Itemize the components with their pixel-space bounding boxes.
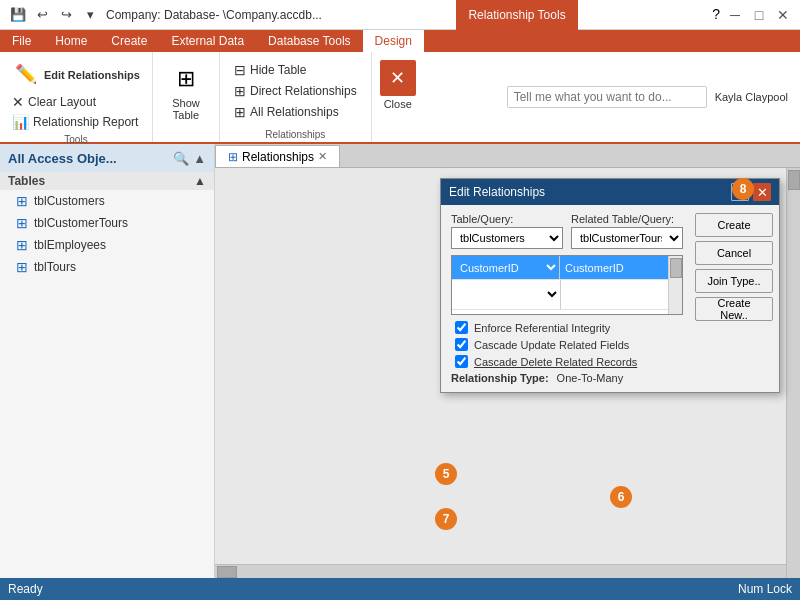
status-text: Ready: [8, 582, 43, 596]
fields-row-empty[interactable]: [452, 280, 668, 310]
table-name-3: tblTours: [34, 260, 76, 274]
vertical-scrollbar[interactable]: [786, 168, 800, 578]
edit-relationships-dialog: Edit Relationships ? ✕ Table/Query:: [440, 178, 780, 393]
cancel-btn[interactable]: Cancel: [695, 241, 773, 265]
app-title: Company: Database- \Company.accdb...: [106, 8, 322, 22]
related-table-select[interactable]: tblCustomerTours: [571, 227, 683, 249]
all-relationships-btn[interactable]: ⊞ All Relationships: [230, 102, 361, 122]
close-ribbon-icon: ✕: [380, 60, 416, 96]
save-qa-btn[interactable]: 💾: [8, 5, 28, 25]
ribbon-group-relationships: ⊟ Hide Table ⊞ Direct Relationships ⊞ Al…: [220, 52, 372, 142]
table-icon-2: ⊞: [16, 237, 28, 253]
tab-bar: ⊞ Relationships ✕: [215, 144, 800, 168]
table-select[interactable]: tblCustomers: [451, 227, 563, 249]
menu-design[interactable]: Design: [363, 30, 424, 52]
hide-table-icon: ⊟: [234, 62, 246, 78]
relationship-report-btn[interactable]: 📊 Relationship Report: [8, 112, 142, 132]
dialog-close-btn[interactable]: ✕: [753, 183, 771, 201]
report-icon: 📊: [12, 114, 29, 130]
user-name: Kayla Claypool: [715, 91, 788, 103]
help-input[interactable]: [507, 86, 707, 108]
canvas: tblTours 🔑 TourID TourName Normal Price …: [215, 168, 800, 578]
field-left-select-empty[interactable]: [452, 280, 561, 309]
scrollbar-thumb: [670, 258, 682, 278]
direct-relationships-btn[interactable]: ⊞ Direct Relationships: [230, 81, 361, 101]
title-bar: 💾 ↩ ↪ ▾ Company: Database- \Company.accd…: [0, 0, 800, 30]
tab-label: Relationships: [242, 150, 314, 164]
edit-relationships-icon: ✏️: [12, 60, 40, 88]
v-scroll-thumb: [788, 170, 800, 190]
maximize-btn[interactable]: □: [750, 6, 768, 24]
callout-7: 7: [435, 508, 457, 530]
rel-small-group: ⊟ Hide Table ⊞ Direct Relationships ⊞ Al…: [228, 56, 363, 126]
create-btn[interactable]: Create: [695, 213, 773, 237]
close-btn[interactable]: ✕: [774, 6, 792, 24]
show-table-icon: ⊞: [170, 63, 202, 95]
rel-type-row: Relationship Type: One-To-Many: [451, 372, 683, 384]
cascade-delete-label[interactable]: Cascade Delete Related Records: [474, 356, 637, 368]
fields-scrollbar[interactable]: [668, 256, 682, 314]
related-table-label: Related Table/Query:: [571, 213, 683, 225]
search-icon[interactable]: 🔍: [173, 151, 189, 166]
fields-container: CustomerID CustomerID: [451, 255, 683, 315]
menu-external-data[interactable]: External Data: [159, 30, 256, 52]
field-left-select-0[interactable]: CustomerID: [452, 256, 560, 279]
table-name-0: tblCustomers: [34, 194, 105, 208]
fields-row-0[interactable]: CustomerID CustomerID: [452, 256, 668, 280]
sidebar-item-tblcustomertours[interactable]: ⊞ tblCustomerTours: [0, 212, 214, 234]
table-name-2: tblEmployees: [34, 238, 106, 252]
chevron-up-icon[interactable]: ▲: [193, 151, 206, 166]
enforce-checkbox[interactable]: [455, 321, 468, 334]
join-type-btn[interactable]: Join Type..: [695, 269, 773, 293]
status-bar: Ready Num Lock: [0, 578, 800, 600]
cascade-delete-checkbox[interactable]: [455, 355, 468, 368]
menu-create[interactable]: Create: [99, 30, 159, 52]
horizontal-scrollbar[interactable]: [215, 564, 786, 578]
main-area: All Access Obje... 🔍 ▲ Tables ▲ ⊞ tblCus…: [0, 144, 800, 578]
cascade-update-checkbox[interactable]: [455, 338, 468, 351]
show-table-btn[interactable]: ⊞ ShowTable: [161, 59, 211, 125]
enforce-label[interactable]: Enforce Referential Integrity: [474, 322, 610, 334]
minimize-btn[interactable]: ─: [726, 6, 744, 24]
edit-relationships-btn[interactable]: ✏️ Edit Relationships: [8, 56, 144, 92]
relationships-group-label: Relationships: [265, 127, 325, 140]
clear-layout-btn[interactable]: ✕ Clear Layout: [8, 92, 100, 112]
redo-qa-btn[interactable]: ↪: [56, 5, 76, 25]
menu-bar: File Home Create External Data Database …: [0, 30, 800, 52]
sidebar-item-tblemployees[interactable]: ⊞ tblEmployees: [0, 234, 214, 256]
table-icon-0: ⊞: [16, 193, 28, 209]
sidebar-section-tables[interactable]: Tables ▲: [0, 172, 214, 190]
tab-close-btn[interactable]: ✕: [318, 150, 327, 163]
callout-5: 5: [435, 463, 457, 485]
hide-table-btn[interactable]: ⊟ Hide Table: [230, 60, 361, 80]
sidebar: All Access Obje... 🔍 ▲ Tables ▲ ⊞ tblCus…: [0, 144, 215, 578]
cascade-update-label[interactable]: Cascade Update Related Fields: [474, 339, 629, 351]
sidebar-item-tblcustomers[interactable]: ⊞ tblCustomers: [0, 190, 214, 212]
dropdown-qa-btn[interactable]: ▾: [80, 5, 100, 25]
close-ribbon-btn[interactable]: ✕ Close: [372, 56, 424, 142]
sidebar-header-icons: 🔍 ▲: [173, 151, 206, 166]
dialog-related-col: Related Table/Query: tblCustomerTours: [571, 213, 683, 249]
callout-8: 8: [732, 178, 754, 200]
table-name-1: tblCustomerTours: [34, 216, 128, 230]
dialog-table-col: Table/Query: tblCustomers: [451, 213, 563, 249]
sidebar-header: All Access Obje... 🔍 ▲: [0, 144, 214, 172]
rel-type-label: Relationship Type:: [451, 372, 549, 384]
dialog-content: Table/Query: tblCustomers Related Table/…: [441, 205, 779, 392]
tools-buttons: ✏️ Edit Relationships ✕ Clear Layout 📊 R…: [8, 56, 144, 132]
create-new-btn[interactable]: Create New..: [695, 297, 773, 321]
menu-home[interactable]: Home: [43, 30, 99, 52]
menu-file[interactable]: File: [0, 30, 43, 52]
content-area: ⊞ Relationships ✕ tblTours 🔑 TourID Tour…: [215, 144, 800, 578]
dialog-title: Edit Relationships: [449, 185, 545, 199]
tab-relationships[interactable]: ⊞ Relationships ✕: [215, 145, 340, 167]
help-section: Kayla Claypool: [507, 52, 800, 142]
section-collapse-icon: ▲: [194, 174, 206, 188]
menu-database-tools[interactable]: Database Tools: [256, 30, 363, 52]
field-right-0: CustomerID: [561, 262, 668, 274]
quick-access: 💾 ↩ ↪ ▾: [8, 5, 100, 25]
undo-qa-btn[interactable]: ↩: [32, 5, 52, 25]
help-icon[interactable]: ?: [712, 6, 720, 24]
sidebar-item-tbltours[interactable]: ⊞ tblTours: [0, 256, 214, 278]
dialog-buttons: Create Cancel Join Type.. Create New..: [689, 205, 779, 329]
